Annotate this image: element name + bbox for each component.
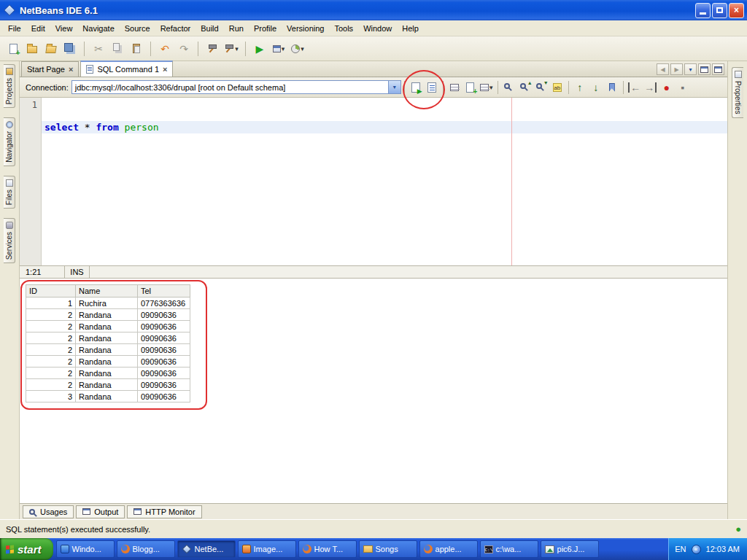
taskbar-button-how-to[interactable]: How T... [298,540,357,558]
build-icon [207,44,217,54]
shift-left-icon: ← [628,82,640,93]
build-project-button[interactable] [204,40,221,58]
menu-window[interactable]: Window [358,22,397,35]
column-header-id[interactable]: ID [26,285,76,298]
tray-chevron-icon[interactable]: « [692,545,701,554]
close-tab-icon[interactable]: × [163,65,167,74]
menu-versioning[interactable]: Versioning [282,22,329,35]
combo-dropdown-icon[interactable]: ▾ [388,81,400,93]
menu-file[interactable]: File [3,22,26,35]
shift-line-left-button[interactable]: ← [627,79,643,96]
find-previous-button[interactable]: ▲ [517,79,533,96]
clock[interactable]: 12:03 AM [706,545,740,553]
new-project-button[interactable] [23,40,41,58]
find-next-button[interactable]: ▼ [533,79,549,96]
menu-view[interactable]: View [50,22,78,35]
save-all-button[interactable] [61,40,79,58]
scroll-tabs-left-button[interactable]: ◀ [657,63,669,75]
table-row[interactable]: 2Randana09090636 [26,332,190,344]
scroll-tabs-right-button[interactable]: ▶ [670,63,683,75]
menu-help[interactable]: Help [397,22,424,35]
table-row[interactable]: 2Randana09090636 [26,344,190,356]
tab-output[interactable]: Output [76,505,125,518]
sidebar-tab-services[interactable]: Services [4,218,15,263]
toggle-highlight-button[interactable]: ab [549,79,565,96]
language-indicator[interactable]: EN [675,545,686,553]
tab-http-monitor[interactable]: HTTP Monitor [127,505,201,518]
code-area[interactable]: select * from person [42,98,727,265]
tab-sql-command-1[interactable]: SQL Command 1 × [80,61,173,77]
paste-button[interactable] [128,40,145,58]
sidebar-tab-navigator[interactable]: Navigator [4,117,15,166]
profile-project-button[interactable]: ▾ [289,40,306,58]
run-project-button[interactable]: ▶ [251,40,268,58]
update-status-icon[interactable]: ● [735,524,741,534]
table-row[interactable]: 2Randana09090636 [26,379,190,391]
toggle-bookmark-button[interactable] [604,79,620,96]
line-number: 1 [20,100,37,110]
stop-macro-recording-button[interactable]: ▪ [675,79,691,96]
sql-editor[interactable]: 1 select * from person [20,98,727,265]
taskbar-button-console[interactable]: C:\c:\wa... [480,540,538,558]
menu-navigate[interactable]: Navigate [77,22,119,35]
menu-tools[interactable]: Tools [329,22,358,35]
previous-bookmark-button[interactable]: ↑ [572,79,588,96]
table-row[interactable]: 3Randana09090636 [26,391,190,402]
table-row[interactable]: 2Randana09090636 [26,321,190,332]
taskbar-button-windows-explorer[interactable]: Windo... [56,540,115,558]
open-project-button[interactable] [42,40,60,58]
taskbar-button-songs[interactable]: Songs [359,540,417,558]
next-bookmark-button[interactable]: ↓ [588,79,604,96]
explorer-icon [61,545,69,553]
run-sql-button[interactable] [408,79,424,96]
code-line: select * from person [42,121,727,133]
minimize-button[interactable] [695,3,711,18]
task-label: Image... [254,545,283,553]
menu-build[interactable]: Build [196,22,223,35]
sidebar-tab-projects[interactable]: Projects [4,64,15,108]
taskbar-button-image[interactable]: Image... [238,540,296,558]
menu-refactor[interactable]: Refactor [155,22,196,35]
find-button[interactable] [501,79,517,96]
sql-insert-button[interactable] [462,79,479,96]
maximize-window-button[interactable] [712,63,724,75]
maximize-button[interactable] [712,3,727,18]
start-button[interactable]: start [0,538,53,560]
new-file-button[interactable] [4,40,22,58]
column-header-tel[interactable]: Tel [138,285,190,298]
tab-usages[interactable]: Usages [23,505,74,518]
copy-button[interactable] [109,40,126,58]
taskbar-button-blogger[interactable]: Blogg... [117,540,175,558]
cut-button[interactable]: ✂ [90,40,107,58]
close-tab-icon[interactable]: × [69,65,73,74]
menu-edit[interactable]: Edit [26,22,50,35]
tab-list-dropdown-button[interactable]: ▾ [684,63,697,75]
clean-build-button[interactable]: ▾ [222,40,240,58]
sql-history-button[interactable] [446,79,462,96]
connection-combobox[interactable]: jdbc:mysql://localhost:3306/drupal [root… [71,80,401,94]
sql-options-button[interactable]: ▾ [479,79,495,96]
menu-run[interactable]: Run [224,22,249,35]
sidebar-tab-files[interactable]: Files [4,176,15,209]
sidebar-tab-label: Projects [5,78,13,104]
start-macro-recording-button[interactable]: ● [659,79,675,96]
sidebar-tab-properties[interactable]: Properties [732,67,743,118]
menu-profile[interactable]: Profile [249,22,282,35]
debug-project-button[interactable]: ▾ [270,40,287,58]
undo-button[interactable]: ↶ [156,40,174,58]
taskbar-button-apple[interactable]: apple... [419,540,478,558]
run-statement-button[interactable] [424,79,440,96]
redo-button[interactable]: ↷ [175,40,193,58]
tab-start-page[interactable]: Start Page × [21,61,79,77]
shift-line-right-button[interactable]: → [643,79,659,96]
table-row[interactable]: 2Randana09090636 [26,368,190,379]
close-button[interactable]: × [729,3,744,18]
table-row[interactable]: 1Ruchira0776363636 [26,298,190,309]
column-header-name[interactable]: Name [76,285,138,298]
table-row[interactable]: 2Randana09090636 [26,356,190,368]
menu-source[interactable]: Source [120,22,155,35]
taskbar-button-picture[interactable]: pic6.J... [541,540,599,558]
minimize-window-button[interactable] [698,63,711,75]
table-row[interactable]: 2Randana09090636 [26,309,190,321]
taskbar-button-netbeans[interactable]: NetBe... [177,540,236,558]
